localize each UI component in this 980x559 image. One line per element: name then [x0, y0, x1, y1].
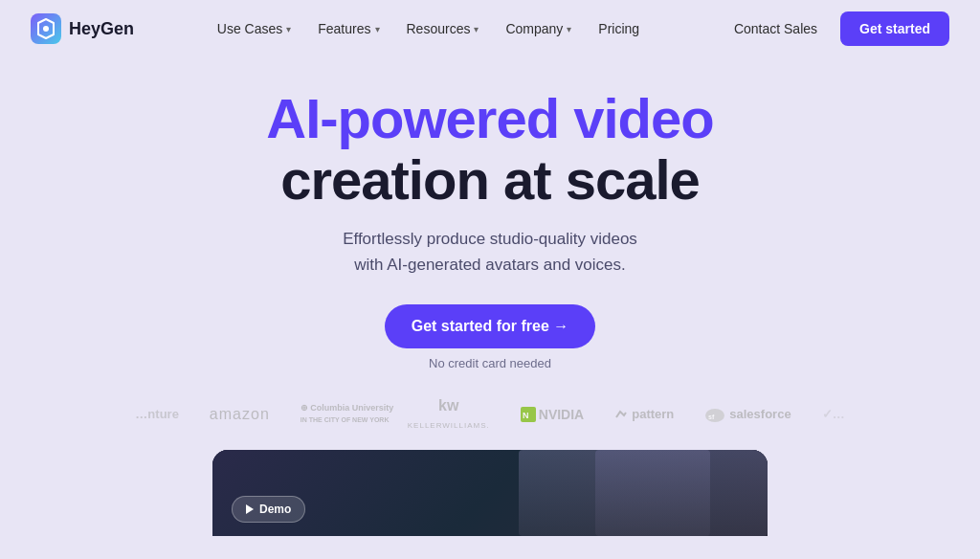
- heygen-logo-icon: [31, 13, 61, 44]
- cta-note: No credit card needed: [429, 356, 551, 370]
- chevron-down-icon: ▾: [375, 24, 380, 34]
- svg-text:sf: sf: [708, 414, 715, 420]
- nav-item-company[interactable]: Company ▾: [494, 13, 583, 44]
- get-started-nav-button[interactable]: Get started: [840, 11, 949, 46]
- demo-preview: Demo: [212, 450, 768, 536]
- pattern-icon: [614, 408, 628, 421]
- figure-right: [595, 450, 768, 536]
- hero-title-line1: AI-powered video: [266, 88, 713, 149]
- logos-section: …nture amazon ⊕ Columbia UniversityIN TH…: [0, 397, 980, 431]
- salesforce-icon: sf: [704, 407, 725, 422]
- logo-columbia: ⊕ Columbia UniversityIN THE CITY OF NEW …: [301, 403, 377, 425]
- demo-play-button[interactable]: Demo: [232, 496, 305, 523]
- logo-pattern: pattern: [614, 407, 674, 421]
- hero-title: AI-powered video creation at scale: [266, 88, 713, 211]
- logo[interactable]: HeyGen: [31, 13, 134, 44]
- hero-cta-button[interactable]: Get started for free →: [385, 304, 595, 348]
- logo-amazon: amazon: [210, 406, 270, 423]
- logo-text: HeyGen: [69, 19, 134, 39]
- hero-subtitle: Effortlessly produce studio-quality vide…: [343, 226, 637, 278]
- logo-salesforce: sf salesforce: [704, 407, 791, 422]
- logo-nvidia: N NVIDIA: [521, 407, 584, 422]
- svg-point-1: [43, 26, 49, 32]
- nav-item-pricing[interactable]: Pricing: [587, 13, 651, 44]
- svg-text:N: N: [523, 411, 529, 420]
- logo-venture: …nture: [135, 407, 179, 421]
- contact-sales-link[interactable]: Contact Sales: [723, 13, 829, 44]
- nav-actions: Contact Sales Get started: [723, 11, 949, 46]
- chevron-down-icon: ▾: [474, 24, 479, 34]
- chevron-down-icon: ▾: [286, 24, 291, 34]
- nav-item-use-cases[interactable]: Use Cases ▾: [206, 13, 302, 44]
- logo-kellerwilliams: kwKELLERWILLIAMS.: [408, 397, 490, 431]
- demo-background: [212, 450, 768, 536]
- nav-item-resources[interactable]: Resources ▾: [395, 13, 491, 44]
- hero-title-line2: creation at scale: [266, 149, 713, 211]
- nvidia-icon: N: [521, 407, 536, 422]
- nav-links: Use Cases ▾ Features ▾ Resources ▾ Compa…: [206, 13, 651, 44]
- hero-cta: Get started for free → No credit card ne…: [385, 304, 595, 370]
- logo-partial-right: ✓…: [822, 407, 845, 421]
- hero-section: AI-powered video creation at scale Effor…: [0, 57, 980, 370]
- demo-preview-inner: Demo: [212, 450, 768, 536]
- play-icon: [246, 504, 254, 514]
- navbar: HeyGen Use Cases ▾ Features ▾ Resources …: [0, 0, 980, 57]
- chevron-down-icon: ▾: [567, 24, 571, 34]
- nav-item-features[interactable]: Features ▾: [306, 13, 390, 44]
